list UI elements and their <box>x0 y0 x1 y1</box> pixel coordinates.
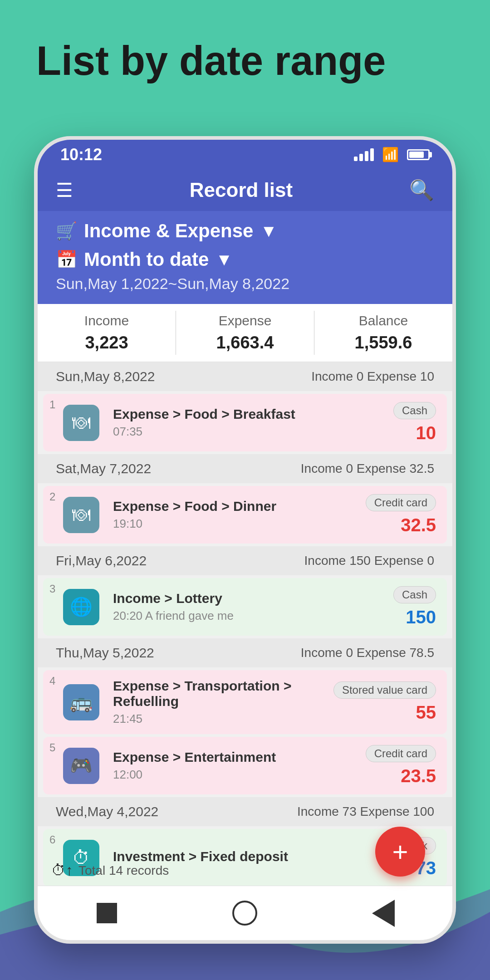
nav-home-button[interactable] <box>229 897 261 929</box>
period-filter-icon: 📅 <box>56 250 77 270</box>
period-filter-label: Month to date <box>84 249 209 270</box>
transaction-amount: 55 <box>416 702 436 723</box>
transaction-category-icon: 🎮 <box>63 748 99 784</box>
period-filter-row[interactable]: 📅 Month to date ▼ <box>56 249 434 270</box>
type-filter-label: Income & Expense <box>84 220 253 242</box>
date-header-label: Sun,May 8,2022 <box>56 369 155 384</box>
transaction-amount: 150 <box>406 607 436 627</box>
transaction-title: Expense > Transportation > Refuelling <box>113 678 324 709</box>
payment-badge: Cash <box>393 402 436 419</box>
date-header-label: Thu,May 5,2022 <box>56 645 154 661</box>
status-icons: 📶 <box>354 147 430 162</box>
records-footer: ⏱↑ Total 14 records <box>51 862 169 879</box>
transaction-num: 3 <box>49 583 55 595</box>
signal-icon <box>354 148 374 161</box>
bottom-nav-bar <box>38 886 452 940</box>
date-header-summary: Income 0 Expense 10 <box>311 369 434 384</box>
transaction-category-icon: 🚌 <box>63 684 99 720</box>
date-header: Wed,May 4,2022 Income 73 Expense 100 <box>38 797 452 826</box>
transaction-title: Expense > Food > Dinner <box>113 499 357 514</box>
date-header-summary: Income 150 Expense 0 <box>304 554 434 568</box>
battery-icon <box>407 149 430 160</box>
transaction-right: Credit card 23.5 <box>366 745 436 786</box>
income-value: 3,223 <box>85 333 128 353</box>
wifi-icon: 📶 <box>382 147 399 162</box>
transaction-time: 19:10 <box>113 517 357 531</box>
transaction-category-icon: 🌐 <box>63 589 99 625</box>
payment-badge: Cash <box>393 586 436 603</box>
status-time: 10:12 <box>60 145 102 164</box>
hamburger-icon[interactable]: ☰ <box>56 179 73 201</box>
transaction-time: 21:45 <box>113 712 324 726</box>
payment-badge: Credit card <box>366 494 436 511</box>
page-title: List by date range <box>36 36 386 85</box>
nav-square-button[interactable] <box>91 897 122 929</box>
expense-label: Expense <box>219 313 272 328</box>
transaction-time: 20:20 A friend gave me <box>113 609 384 623</box>
list-item[interactable]: 3 🌐 Income > Lottery 20:20 A friend gave… <box>43 578 447 636</box>
transaction-time: 12:00 <box>113 768 357 782</box>
nav-square-icon <box>97 903 117 923</box>
transaction-num: 6 <box>49 833 55 846</box>
date-header-label: Sat,May 7,2022 <box>56 461 151 476</box>
list-item[interactable]: 5 🎮 Expense > Entertainment 12:00 Credit… <box>43 737 447 794</box>
balance-value: 1,559.6 <box>355 333 412 353</box>
balance-label: Balance <box>359 313 408 328</box>
transaction-right: Cash 150 <box>393 586 436 627</box>
transaction-amount: 23.5 <box>401 766 436 786</box>
income-label: Income <box>84 313 129 328</box>
transaction-right: Credit card 32.5 <box>366 494 436 535</box>
date-header-summary: Income 0 Expense 32.5 <box>301 461 434 476</box>
transaction-time: 07:35 <box>113 425 384 439</box>
transaction-right: Cash 10 <box>393 402 436 443</box>
date-header: Fri,May 6,2022 Income 150 Expense 0 <box>38 546 452 575</box>
phone-frame: 10:12 📶 ☰ Record list 🔍 🛒 Income & Expen… <box>34 136 456 944</box>
search-icon[interactable]: 🔍 <box>409 178 434 202</box>
transaction-right: Stored value card 55 <box>333 681 436 723</box>
nav-home-icon <box>232 901 257 926</box>
type-filter-row[interactable]: 🛒 Income & Expense ▼ <box>56 220 434 242</box>
add-record-button[interactable]: + <box>375 827 425 877</box>
list-item[interactable]: 1 🍽 Expense > Food > Breakfast 07:35 Cas… <box>43 394 447 451</box>
nav-back-icon <box>372 900 395 927</box>
period-dropdown-arrow[interactable]: ▼ <box>216 250 233 270</box>
records-icon: ⏱↑ <box>51 862 73 879</box>
summary-row: Income 3,223 Expense 1,663.4 Balance 1,5… <box>38 304 452 362</box>
transaction-title: Income > Lottery <box>113 591 384 606</box>
app-header: ☰ Record list 🔍 <box>38 169 452 211</box>
transaction-title: Expense > Entertainment <box>113 750 357 765</box>
transaction-details: Expense > Transportation > Refuelling 21… <box>113 678 324 726</box>
date-header-summary: Income 73 Expense 100 <box>297 804 434 819</box>
transaction-num: 1 <box>49 398 55 411</box>
payment-badge: Stored value card <box>333 681 436 699</box>
transaction-title: Expense > Food > Breakfast <box>113 407 384 422</box>
date-range-text: Sun,May 1,2022~Sun,May 8,2022 <box>56 275 434 293</box>
transaction-amount: 10 <box>416 423 436 443</box>
expense-value: 1,663.4 <box>216 333 274 353</box>
transaction-num: 4 <box>49 675 55 687</box>
list-item[interactable]: 4 🚌 Expense > Transportation > Refuellin… <box>43 670 447 734</box>
date-header-summary: Income 0 Expense 78.5 <box>301 646 434 660</box>
transaction-details: Expense > Food > Breakfast 07:35 <box>113 407 384 439</box>
date-header-label: Wed,May 4,2022 <box>56 804 158 819</box>
payment-badge: Credit card <box>366 745 436 762</box>
list-item[interactable]: 2 🍽 Expense > Food > Dinner 19:10 Credit… <box>43 486 447 544</box>
transaction-category-icon: 🍽 <box>63 405 99 441</box>
transaction-amount: 32.5 <box>401 515 436 535</box>
nav-back-button[interactable] <box>368 897 399 929</box>
date-header: Thu,May 5,2022 Income 0 Expense 78.5 <box>38 638 452 667</box>
transaction-category-icon: 🍽 <box>63 497 99 533</box>
status-bar: 10:12 📶 <box>38 140 452 169</box>
income-summary: Income 3,223 <box>38 304 176 362</box>
filter-section: 🛒 Income & Expense ▼ 📅 Month to date ▼ S… <box>38 211 452 304</box>
expense-summary: Expense 1,663.4 <box>176 304 314 362</box>
total-records-text: Total 14 records <box>78 863 169 878</box>
transaction-details: Expense > Entertainment 12:00 <box>113 750 357 782</box>
header-title: Record list <box>190 179 293 201</box>
date-header-label: Fri,May 6,2022 <box>56 553 147 568</box>
transaction-num: 5 <box>49 741 55 754</box>
balance-summary: Balance 1,559.6 <box>314 304 452 362</box>
transaction-num: 2 <box>49 490 55 503</box>
transaction-details: Income > Lottery 20:20 A friend gave me <box>113 591 384 623</box>
type-dropdown-arrow[interactable]: ▼ <box>260 221 277 241</box>
